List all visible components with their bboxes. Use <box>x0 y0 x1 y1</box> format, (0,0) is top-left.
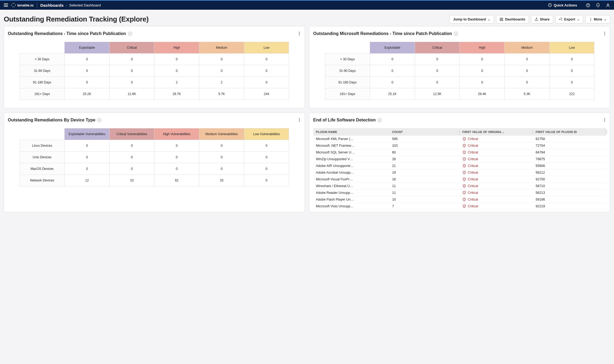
matrix-cell[interactable]: 0 <box>505 77 550 88</box>
info-icon[interactable]: i <box>128 32 132 36</box>
matrix-cell[interactable]: 12 <box>65 175 110 186</box>
matrix-cell[interactable]: 0 <box>109 54 154 65</box>
table-row[interactable]: Microsoft XML Parser (…595Critical62758 <box>313 136 606 142</box>
table-row[interactable]: Adobe Acrobat Unsupp…19Critical56212 <box>313 169 606 176</box>
table-row[interactable]: Wireshark / Ethereal U…11Critical56710 <box>313 183 606 190</box>
card-menu-icon[interactable] <box>298 30 301 37</box>
matrix-cell[interactable]: 0 <box>199 140 244 152</box>
help-icon[interactable] <box>586 3 590 8</box>
matrix-cell[interactable]: 0 <box>370 65 415 77</box>
matrix-cell[interactable]: 62 <box>154 175 199 186</box>
card-menu-icon[interactable] <box>298 117 301 123</box>
matrix-cell[interactable]: 0 <box>549 77 594 88</box>
matrix-cell[interactable]: 0 <box>154 140 199 152</box>
matrix-cell[interactable]: 0 <box>370 77 415 88</box>
matrix-cell[interactable]: 0 <box>460 65 505 77</box>
matrix-cell[interactable]: 0 <box>505 65 550 77</box>
matrix-cell[interactable]: 2 <box>199 77 244 88</box>
quick-actions-button[interactable]: Quick Actions <box>548 3 577 7</box>
matrix-cell[interactable]: 0 <box>65 54 110 65</box>
table-row[interactable]: Microsoft Visio Unsupp…7Critical92219 <box>313 203 606 210</box>
matrix-cell[interactable]: 0 <box>244 140 289 152</box>
export-button[interactable]: Export ⌄ <box>555 15 583 23</box>
matrix-cell[interactable]: 0 <box>415 54 460 65</box>
matrix-cell[interactable]: 0 <box>109 77 154 88</box>
matrix-cell[interactable]: 5.3K <box>505 88 550 100</box>
matrix-cell[interactable]: 0 <box>109 65 154 77</box>
matrix-cell[interactable]: 0 <box>244 65 289 77</box>
matrix-cell[interactable]: 0 <box>109 152 154 163</box>
matrix-cell[interactable]: 222 <box>549 88 594 100</box>
table-row[interactable]: Adobe Flash Player Un…10Critical59196 <box>313 196 606 203</box>
table-row[interactable]: Microsoft Visual FoxPr…16Critical92700 <box>313 176 606 183</box>
matrix-cell[interactable]: 0 <box>415 65 460 77</box>
matrix-cell[interactable]: 0 <box>244 77 289 88</box>
matrix-cell[interactable]: 0 <box>370 54 415 65</box>
divider <box>37 2 37 8</box>
matrix-cell[interactable]: 0 <box>199 65 244 77</box>
share-button[interactable]: Share <box>531 15 553 23</box>
col-first-original[interactable]: FIRST VALUE OF ORIGINA… <box>460 128 533 136</box>
matrix-cell[interactable]: 0 <box>65 140 110 152</box>
bell-icon[interactable] <box>596 3 600 8</box>
more-button[interactable]: ⋮ More ⌄ <box>585 15 610 23</box>
dashboards-button[interactable]: Dashboards <box>496 15 529 23</box>
card-menu-icon[interactable] <box>603 117 606 123</box>
matrix-cell[interactable]: 0 <box>244 175 289 186</box>
table-row[interactable]: Microsoft .NET Framew…103Critical72704 <box>313 142 606 149</box>
table-row[interactable]: Adobe Reader Unsupp…11Critical56213 <box>313 190 606 196</box>
card-menu-icon[interactable] <box>603 30 606 37</box>
matrix-cell[interactable]: 0 <box>415 77 460 88</box>
col-plugin-name[interactable]: PLUGIN NAME <box>313 128 389 136</box>
matrix-cell[interactable]: 12.5K <box>415 88 460 100</box>
matrix-cell[interactable]: 0 <box>549 65 594 77</box>
matrix-cell[interactable]: 0 <box>460 77 505 88</box>
breadcrumb-leaf[interactable]: Selected Dashboard <box>69 3 101 7</box>
cell-plugin-id: 59196 <box>533 196 606 203</box>
cell-severity: Critical <box>460 142 533 149</box>
matrix-cell[interactable]: 25.1K <box>370 88 415 100</box>
matrix-cell[interactable]: 0 <box>549 54 594 65</box>
matrix-cell[interactable]: 0 <box>65 163 110 175</box>
matrix-cell[interactable]: 29.7K <box>154 88 199 100</box>
col-first-plugin-id[interactable]: FIRST VALUE OF PLUGIN ID <box>533 128 606 136</box>
matrix-cell[interactable]: 244 <box>244 88 289 100</box>
breadcrumb-root[interactable]: Dashboards <box>40 3 64 8</box>
table-row[interactable]: WinZip Unsupported V…26Critical78675 <box>313 156 606 163</box>
matrix-cell[interactable]: 0 <box>65 77 110 88</box>
info-icon[interactable]: i <box>454 32 458 36</box>
matrix-cell[interactable]: 25.2K <box>65 88 110 100</box>
user-icon[interactable] <box>606 3 610 8</box>
matrix-cell[interactable]: 0 <box>65 152 110 163</box>
matrix-cell[interactable]: 29.4K <box>460 88 505 100</box>
info-icon[interactable]: i <box>97 118 101 122</box>
matrix-cell[interactable]: 0 <box>244 152 289 163</box>
matrix-cell[interactable]: 0 <box>199 54 244 65</box>
matrix-cell[interactable]: 0 <box>244 163 289 175</box>
matrix-cell[interactable]: 33 <box>199 175 244 186</box>
cell-count: 7 <box>389 203 460 210</box>
matrix-cell[interactable]: 0 <box>199 152 244 163</box>
col-count[interactable]: COUNT <box>389 128 460 136</box>
matrix-cell[interactable]: 12.6K <box>109 88 154 100</box>
jump-to-dashboard-button[interactable]: Jump to Dashboard ⌄ <box>449 15 494 23</box>
info-icon[interactable]: i <box>378 118 382 122</box>
matrix-cell[interactable]: 0 <box>109 140 154 152</box>
matrix-cell[interactable]: 0 <box>65 65 110 77</box>
matrix-cell[interactable]: 0 <box>154 152 199 163</box>
matrix-cell[interactable]: 0 <box>505 54 550 65</box>
matrix-cell[interactable]: 0 <box>460 54 505 65</box>
hamburger-icon[interactable] <box>4 4 8 7</box>
matrix-cell[interactable]: 5.7K <box>199 88 244 100</box>
table-row[interactable]: Microsoft SQL Server U…60Critical64784 <box>313 149 606 156</box>
matrix-cell[interactable]: 0 <box>199 163 244 175</box>
matrix-cell[interactable]: 0 <box>154 163 199 175</box>
matrix-cell[interactable]: 0 <box>154 54 199 65</box>
matrix-cell[interactable]: 0 <box>154 65 199 77</box>
matrix-cell[interactable]: 10 <box>109 175 154 186</box>
matrix-cell[interactable]: 0 <box>109 163 154 175</box>
table-row[interactable]: Adobe AIR Unsupporte…21Critical55806 <box>313 163 606 169</box>
matrix-cell[interactable]: 2 <box>154 77 199 88</box>
matrix-cell[interactable]: 0 <box>244 54 289 65</box>
brand-logo[interactable]: tenable.io <box>11 3 34 7</box>
